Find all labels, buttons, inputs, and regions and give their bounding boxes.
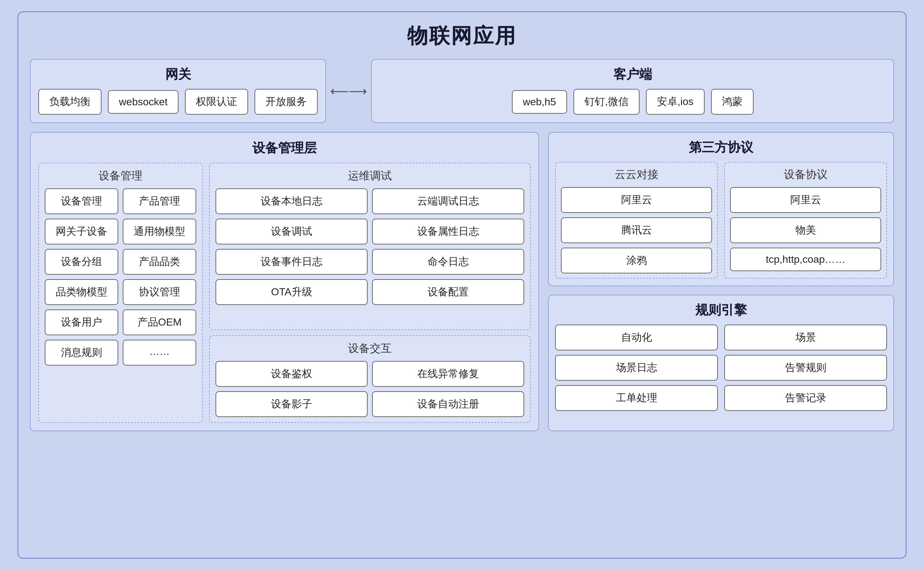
- re-right-1: 告警规则: [724, 355, 887, 381]
- client-title: 客户端: [379, 65, 886, 83]
- int-item-3: 设备自动注册: [372, 391, 524, 417]
- cc-item-2: 涂鸦: [561, 248, 712, 273]
- client-items-row: web,h5 钉钉,微信 安卓,ios 鸿蒙: [379, 89, 886, 115]
- rules-col-right: 场景 告警规则 告警记录: [724, 325, 887, 411]
- gateway-title: 网关: [38, 65, 318, 83]
- arrow-connector: ⟵⟶: [336, 59, 361, 123]
- dm-item-11: ……: [123, 340, 196, 366]
- device-manage-sub: 设备管理 设备管理 产品管理 网关子设备 通用物模型 设备分组 产品品类 品类物…: [38, 162, 203, 423]
- rules-col-left: 自动化 场景日志 工单处理: [555, 325, 718, 411]
- ops-item-5: 命令日志: [372, 249, 524, 275]
- dm-item-2: 网关子设备: [45, 219, 118, 244]
- gateway-item-2: 权限认证: [185, 89, 248, 115]
- gateway-item-1: websocket: [108, 90, 178, 114]
- re-right-0: 场景: [724, 325, 887, 350]
- int-item-2: 设备影子: [215, 391, 368, 417]
- third-party-top: 第三方协议 云云对接 阿里云 腾讯云 涂鸦 设备协议: [548, 132, 894, 286]
- third-party-section: 第三方协议 云云对接 阿里云 腾讯云 涂鸦 设备协议: [548, 132, 894, 431]
- device-manage-sub-title: 设备管理: [45, 169, 196, 183]
- ops-sub: 运维调试 设备本地日志 云端调试日志 设备调试 设备属性日志 设备事件日志 命令…: [209, 162, 531, 330]
- interaction-sub: 设备交互 设备鉴权 在线异常修复 设备影子 设备自动注册: [209, 335, 531, 423]
- dm-item-5: 产品品类: [123, 249, 196, 275]
- cloud-connect-title: 云云对接: [561, 167, 712, 182]
- ops-item-7: 设备配置: [372, 279, 524, 305]
- main-container: 物联网应用 网关 负载均衡 websocket 权限认证 开放服务 ⟵⟶ 客户端…: [17, 11, 907, 559]
- dp-item-1: 物美: [730, 218, 881, 243]
- ops-item-3: 设备属性日志: [372, 219, 524, 244]
- gateway-items-row: 负载均衡 websocket 权限认证 开放服务: [38, 89, 318, 115]
- device-protocol-title: 设备协议: [730, 167, 881, 182]
- ops-title: 运维调试: [215, 169, 524, 183]
- dm-item-4: 设备分组: [45, 249, 118, 275]
- dm-item-3: 通用物模型: [123, 219, 196, 244]
- gateway-item-3: 开放服务: [255, 89, 318, 115]
- cloud-connect-items: 阿里云 腾讯云 涂鸦: [561, 187, 712, 273]
- third-party-inner: 云云对接 阿里云 腾讯云 涂鸦 设备协议 阿里云 物美 tcp,: [555, 162, 887, 279]
- ops-item-0: 设备本地日志: [215, 188, 368, 214]
- dm-item-1: 产品管理: [123, 188, 196, 214]
- re-left-2: 工单处理: [555, 385, 718, 411]
- device-mgmt-title: 设备管理层: [38, 139, 531, 157]
- client-item-3: 鸿蒙: [711, 89, 754, 115]
- dm-item-0: 设备管理: [45, 188, 118, 214]
- client-section: 客户端 web,h5 钉钉,微信 安卓,ios 鸿蒙: [371, 59, 894, 123]
- dp-item-2: tcp,http,coap……: [730, 248, 881, 271]
- client-item-1: 钉钉,微信: [574, 89, 640, 115]
- client-item-2: 安卓,ios: [646, 89, 705, 115]
- device-mgmt-section: 设备管理层 设备管理 设备管理 产品管理 网关子设备 通用物模型 设备分组 产品…: [30, 132, 539, 431]
- re-right-2: 告警记录: [724, 385, 887, 411]
- client-item-0: web,h5: [512, 90, 567, 114]
- ops-item-4: 设备事件日志: [215, 249, 368, 275]
- ops-grid: 设备本地日志 云端调试日志 设备调试 设备属性日志 设备事件日志 命令日志 OT…: [215, 188, 524, 305]
- top-row: 网关 负载均衡 websocket 权限认证 开放服务 ⟵⟶ 客户端 web,h…: [30, 59, 894, 123]
- cloud-connect-sub: 云云对接 阿里云 腾讯云 涂鸦: [555, 162, 718, 279]
- interaction-title: 设备交互: [215, 341, 524, 356]
- dm-item-9: 产品OEM: [123, 310, 196, 335]
- device-manage-grid: 设备管理 产品管理 网关子设备 通用物模型 设备分组 产品品类 品类物模型 协议…: [45, 188, 196, 366]
- bottom-row: 设备管理层 设备管理 设备管理 产品管理 网关子设备 通用物模型 设备分组 产品…: [30, 132, 894, 431]
- device-protocol-sub: 设备协议 阿里云 物美 tcp,http,coap……: [724, 162, 887, 279]
- third-party-title: 第三方协议: [555, 138, 887, 156]
- ops-item-6: OTA升级: [215, 279, 368, 305]
- cc-item-0: 阿里云: [561, 187, 712, 213]
- interaction-grid: 设备鉴权 在线异常修复 设备影子 设备自动注册: [215, 361, 524, 417]
- gateway-section: 网关 负载均衡 websocket 权限认证 开放服务: [30, 59, 326, 123]
- dm-item-7: 协议管理: [123, 279, 196, 305]
- cc-item-1: 腾讯云: [561, 218, 712, 243]
- dm-item-10: 消息规则: [45, 340, 118, 366]
- re-left-0: 自动化: [555, 325, 718, 350]
- rules-engine-inner: 自动化 场景日志 工单处理 场景 告警规则 告警记录: [555, 325, 887, 411]
- dp-item-0: 阿里云: [730, 187, 881, 213]
- rules-engine-title: 规则引擎: [555, 301, 887, 319]
- dm-item-8: 设备用户: [45, 310, 118, 335]
- main-title: 物联网应用: [30, 22, 894, 50]
- rules-engine-section: 规则引擎 自动化 场景日志 工单处理 场景 告警规则 告警记录: [548, 295, 894, 431]
- int-item-1: 在线异常修复: [372, 361, 524, 387]
- ops-item-1: 云端调试日志: [372, 188, 524, 214]
- int-item-0: 设备鉴权: [215, 361, 368, 387]
- dm-item-6: 品类物模型: [45, 279, 118, 305]
- device-mgmt-inner: 设备管理 设备管理 产品管理 网关子设备 通用物模型 设备分组 产品品类 品类物…: [38, 162, 531, 423]
- device-protocol-items: 阿里云 物美 tcp,http,coap……: [730, 187, 881, 271]
- ops-item-2: 设备调试: [215, 219, 368, 244]
- gateway-item-0: 负载均衡: [38, 89, 101, 115]
- ops-and-interaction: 运维调试 设备本地日志 云端调试日志 设备调试 设备属性日志 设备事件日志 命令…: [209, 162, 531, 423]
- re-left-1: 场景日志: [555, 355, 718, 381]
